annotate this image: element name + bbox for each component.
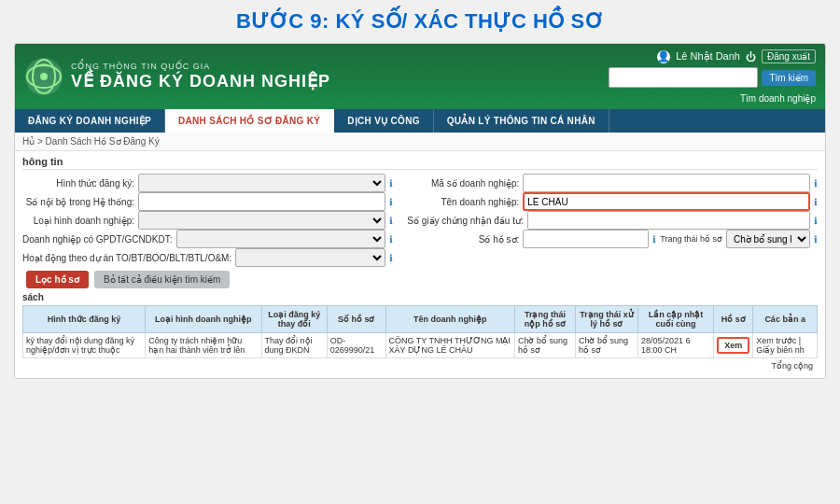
- select-hoatdong[interactable]: [235, 248, 385, 267]
- portal-subtitle: Cổng Thông Tin Quốc Gia: [71, 62, 330, 71]
- label-masodoanh: Mã số doanh nghiệp:: [407, 178, 519, 189]
- info-icon-hoatdong: ℹ: [389, 253, 393, 263]
- result-table: Hình thức đăng ký Loại hình doanh nghiệp…: [22, 305, 818, 358]
- portal-logo-area: Cổng Thông Tin Quốc Gia Về Đăng Ký Doanh…: [24, 57, 330, 96]
- filter-row-loaihinh: Loại hình doanh nghiệp: ℹ: [22, 211, 393, 230]
- info-icon-trangthai: ℹ: [814, 234, 818, 245]
- portal-header: Cổng Thông Tin Quốc Gia Về Đăng Ký Doanh…: [15, 44, 825, 109]
- filter-actions: Lọc hồ sơ Bỏ tất cả điều kiện tìm kiếm: [22, 271, 818, 288]
- cell-lancapnhat: 28/05/2021 6 18:00 CH: [637, 333, 713, 358]
- logout-button[interactable]: Đăng xuất: [762, 49, 816, 63]
- col-loaidangky: Loại đăng ký thay đổi: [261, 306, 327, 333]
- info-icon-sogiay: ℹ: [814, 216, 818, 226]
- portal-main-title: Về Đăng Ký Doanh Nghiệp: [71, 71, 330, 91]
- select-loaihinh[interactable]: [138, 211, 385, 230]
- cell-loaidangky: Thay đổi nội dung ĐKDN: [261, 333, 327, 358]
- breadcrumb: Hủ > Danh Sách Hồ Sơ Đăng Ký: [15, 133, 825, 151]
- label-sonoibo: Số nội bộ trong Hệ thống:: [22, 197, 134, 207]
- col-hinhthucdangky: Hình thức đăng ký: [23, 306, 146, 333]
- nav-item-danhsach[interactable]: Danh sách hồ sơ đăng ký: [165, 109, 334, 133]
- input-sohoso[interactable]: [523, 230, 649, 248]
- info-icon-sohoso: ℹ: [652, 234, 656, 245]
- table-header-row: Hình thức đăng ký Loại hình doanh nghiệp…: [23, 306, 818, 333]
- page-title: Bước 9: Ký Số/ Xác Thực Hồ Sơ: [236, 9, 604, 34]
- power-icon: ⏻: [746, 51, 756, 63]
- cell-trangthaioxuly: Chờ bổ sung hồ sơ: [575, 333, 637, 358]
- cell-tendoanh: CÔNG TY TNHH THƯƠNG MẠI XÂY DỰNG LÊ CHÂU: [385, 333, 514, 358]
- filter-col-left: Hình thức đăng ký: ℹ Số nội bộ trong Hệ …: [22, 174, 393, 267]
- portal-logo-icon: [24, 57, 63, 96]
- filter-row-hinhthucdangky: Hình thức đăng ký: ℹ: [22, 174, 393, 192]
- select-doanhco[interactable]: [176, 230, 386, 248]
- view-button[interactable]: Xem: [717, 337, 749, 354]
- input-sonoibo[interactable]: [138, 192, 385, 211]
- info-icon-hinhthucdangky: ℹ: [389, 178, 393, 189]
- label-doanhco: Doanh nghiệp có GPDT/GCNDKDT:: [22, 234, 173, 245]
- select-hinhthucdangky[interactable]: [138, 174, 385, 192]
- username-label: Lê Nhật Danh: [676, 50, 740, 63]
- table-row: ký thay đổi nội dung đăng ký nghiệp/đơn …: [23, 333, 818, 358]
- filter-row-sohoso: Số hồ sơ: ℹ Trang thái hồ sơ Chờ bổ sung…: [407, 230, 818, 248]
- filter-row-sonoibo: Số nội bộ trong Hệ thống: ℹ: [22, 192, 393, 211]
- label-loaihinh: Loại hình doanh nghiệp:: [22, 216, 134, 226]
- trangthaihosolabel: Trang thái hồ sơ: [660, 234, 722, 244]
- info-icon-loaihinh: ℹ: [389, 216, 393, 226]
- portal-box: Cổng Thông Tin Quốc Gia Về Đăng Ký Doanh…: [14, 43, 826, 379]
- col-lancapnhat: Lần cập nhật cuối cùng: [637, 306, 713, 333]
- label-sohoso: Số hồ sơ:: [407, 234, 519, 245]
- cell-hoso: Xem: [714, 333, 753, 358]
- filter-row-masodoanh: Mã số doanh nghiệp: ℹ: [407, 174, 818, 192]
- clear-button[interactable]: Bỏ tất cả điều kiện tìm kiếm: [94, 271, 230, 288]
- portal-header-right: 👤 Lê Nhật Danh ⏻ Đăng xuất Tìm kiếm Tìm …: [609, 49, 816, 104]
- info-icon-doanhco: ℹ: [389, 234, 393, 245]
- label-tendoanh: Tên doanh nghiệp:: [407, 197, 519, 207]
- outer-container: Bước 9: Ký Số/ Xác Thực Hồ Sơ Cổng Thông…: [0, 0, 840, 504]
- nav-item-dangky[interactable]: Đăng ký doanh nghiệp: [15, 109, 165, 133]
- label-hoatdong: Hoạt động theo dự án TO/BT/BOO/BLT/BTL/O…: [22, 253, 231, 263]
- svg-point-3: [40, 73, 48, 80]
- table-section: sách Hình thức đăng ký Loại hình doanh n…: [22, 292, 818, 373]
- cell-cacban: Xem trước | Giấy biên nh: [753, 333, 818, 358]
- search-area: Tìm kiếm: [609, 67, 816, 88]
- cell-hinhthucdangky: ký thay đổi nội dung đăng ký nghiệp/đơn …: [23, 333, 146, 358]
- table-section-title: sách: [22, 292, 818, 302]
- col-sohoso: Số hồ sơ: [327, 306, 385, 333]
- search-label: Tìm doanh nghiệp: [740, 93, 816, 104]
- user-icon: 👤: [657, 50, 670, 63]
- content-area: hông tin Hình thức đăng ký: ℹ Số nội bộ …: [15, 151, 825, 378]
- filter-section-title: hông tin: [22, 156, 818, 170]
- filter-row-doanhco: Doanh nghiệp có GPDT/GCNDKDT: ℹ: [22, 230, 393, 248]
- label-hinhthucdangky: Hình thức đăng ký:: [22, 178, 134, 189]
- input-tendoanh[interactable]: [523, 192, 810, 211]
- col-tendoanh: Tên doanh nghiệp: [385, 306, 514, 333]
- nav-item-quanly[interactable]: Quản lý thông tin cá nhân: [434, 109, 609, 133]
- info-icon-sonoibo: ℹ: [389, 197, 393, 207]
- filter-button[interactable]: Lọc hồ sơ: [26, 271, 89, 288]
- select-trangthaihoso[interactable]: Chờ bổ sung hồ: [726, 230, 810, 248]
- total-row: Tổng cộng: [22, 358, 818, 373]
- filter-row-hoatdong: Hoạt động theo dự án TO/BT/BOO/BLT/BTL/O…: [22, 248, 393, 267]
- col-hoso: Hồ sơ: [714, 306, 753, 333]
- cell-loaihinh: Công ty trách nhiệm hữu hạn hai thành vi…: [146, 333, 261, 358]
- user-info-area: 👤 Lê Nhật Danh ⏻ Đăng xuất: [657, 49, 816, 63]
- label-sogiay: Số giấy chứng nhận đầu tư:: [407, 216, 523, 226]
- col-cacban: Các bản a: [753, 306, 818, 333]
- cell-trangthainop: Chờ bổ sung hồ sơ: [514, 333, 575, 358]
- input-masodoanh[interactable]: [523, 174, 810, 192]
- info-icon-tendoanh: ℹ: [814, 197, 818, 207]
- filter-grid: Hình thức đăng ký: ℹ Số nội bộ trong Hệ …: [22, 174, 818, 267]
- cell-sohoso: OD-0269990/21: [327, 333, 385, 358]
- portal-nav: Đăng ký doanh nghiệp Danh sách hồ sơ đăn…: [15, 109, 825, 133]
- info-icon-masodoanh: ℹ: [814, 178, 818, 189]
- filter-col-right: Mã số doanh nghiệp: ℹ Tên doanh nghiệp: …: [407, 174, 818, 267]
- search-button[interactable]: Tìm kiếm: [762, 70, 816, 86]
- portal-title-area: Cổng Thông Tin Quốc Gia Về Đăng Ký Doanh…: [71, 62, 330, 91]
- search-input[interactable]: [609, 67, 758, 88]
- nav-item-dichvu[interactable]: Dịch vụ công: [334, 109, 434, 133]
- input-sogiay[interactable]: [527, 211, 810, 230]
- col-trangthainop: Trạng thái nộp hồ sơ: [514, 306, 575, 333]
- filter-row-tendoanh: Tên doanh nghiệp: ℹ: [407, 192, 818, 211]
- col-trangthaixuly: Trạng thái xử lý hồ sơ: [575, 306, 637, 333]
- filter-row-sogiay: Số giấy chứng nhận đầu tư: ℹ: [407, 211, 818, 230]
- col-loaihinh: Loại hình doanh nghiệp: [146, 306, 261, 333]
